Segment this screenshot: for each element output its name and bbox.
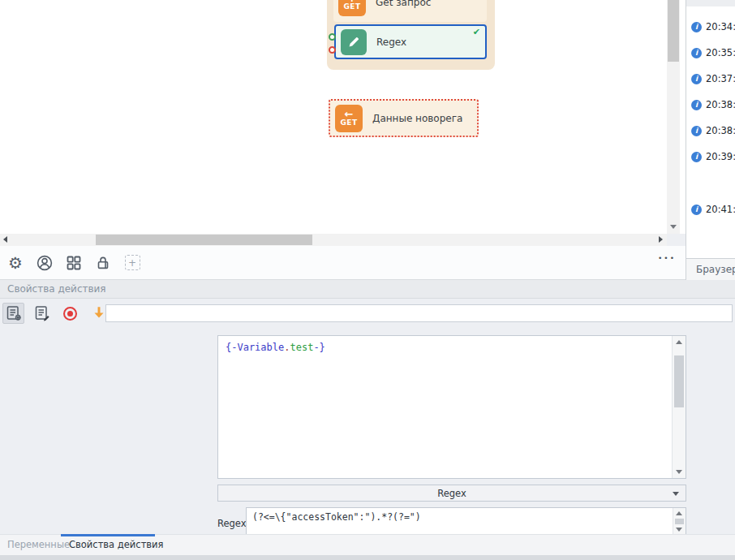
scroll-up-icon[interactable] bbox=[676, 511, 682, 515]
dropdown-selected-value: Regex bbox=[437, 488, 466, 499]
scrollbar-thumb[interactable] bbox=[668, 0, 679, 62]
arrow-left-icon: ← bbox=[345, 110, 354, 118]
node-get-request[interactable]: ↑ GET Get запрос bbox=[333, 0, 487, 22]
scroll-up-icon[interactable] bbox=[676, 340, 682, 344]
success-check-icon: ✔ bbox=[473, 27, 480, 37]
regex-pattern-input[interactable]: (?<=\{"accessToken":").*?(?=") bbox=[246, 507, 686, 535]
connector-port-success[interactable] bbox=[329, 33, 336, 41]
gear-icon bbox=[8, 255, 23, 271]
regex-input-scrollbar[interactable] bbox=[673, 508, 686, 534]
action-properties-panel: Свойства действия bbox=[0, 280, 735, 560]
record-icon bbox=[63, 307, 77, 321]
bottom-strip bbox=[0, 555, 735, 560]
node-label: Get запрос bbox=[376, 0, 431, 8]
chevron-down-icon bbox=[673, 492, 679, 496]
flowchart-canvas[interactable]: ↑ GET Get запрос Regex ✔ ← GET Данные но… bbox=[0, 0, 686, 234]
node-label: Regex bbox=[376, 37, 406, 48]
document-pencil-icon bbox=[33, 304, 51, 322]
log-entry[interactable]: 20:37: bbox=[691, 73, 735, 84]
add-region-icon: + bbox=[125, 255, 140, 270]
scrollbar-thumb[interactable] bbox=[674, 355, 684, 407]
log-entry[interactable]: 20:39: bbox=[691, 151, 735, 162]
properties-toolbar bbox=[0, 299, 735, 328]
scroll-down-icon[interactable] bbox=[670, 225, 677, 229]
canvas-vertical-scrollbar[interactable] bbox=[667, 0, 680, 234]
panel-title: Свойства действия bbox=[0, 280, 735, 299]
log-panel: 20:34: 20:35: 20:37: 20:38: 20:38: 20:39… bbox=[686, 0, 735, 280]
record-button[interactable] bbox=[59, 303, 81, 324]
node-label: Данные новорега bbox=[372, 113, 462, 124]
more-options-button[interactable]: ••• bbox=[658, 254, 676, 262]
tab-variables[interactable]: Переменные bbox=[7, 535, 70, 555]
info-icon bbox=[691, 74, 702, 84]
properties-view-button[interactable] bbox=[2, 303, 24, 324]
settings-button[interactable] bbox=[5, 252, 26, 274]
tab-browser[interactable]: Браузер bbox=[686, 258, 735, 280]
modules-button[interactable] bbox=[63, 252, 84, 274]
log-entry[interactable]: 20:38: bbox=[691, 99, 735, 110]
properties-filter-input[interactable] bbox=[105, 304, 733, 322]
macro-variable-text: {-Variable.test-} bbox=[226, 342, 325, 353]
scrollbar-thumb[interactable] bbox=[96, 235, 312, 245]
add-region-button[interactable]: + bbox=[122, 252, 143, 274]
person-icon bbox=[36, 254, 54, 272]
canvas-horizontal-scrollbar[interactable] bbox=[0, 234, 667, 246]
regex-field-label: Regex bbox=[217, 518, 247, 529]
get-request-icon: ← GET bbox=[335, 105, 363, 132]
scroll-right-icon[interactable] bbox=[659, 236, 663, 243]
log-entry[interactable]: 20:38: bbox=[691, 125, 735, 136]
bottom-tab-bar: Переменные Свойства действия bbox=[0, 534, 735, 555]
info-icon bbox=[691, 48, 702, 58]
log-entry[interactable]: 20:35: bbox=[691, 47, 735, 58]
scrollbar-thumb[interactable] bbox=[675, 519, 684, 524]
node-novoreg-data[interactable]: ← GET Данные новорега bbox=[329, 99, 479, 137]
info-icon bbox=[691, 100, 702, 110]
connector-port-error[interactable] bbox=[329, 46, 336, 54]
scroll-down-icon[interactable] bbox=[676, 470, 682, 474]
info-icon bbox=[691, 205, 702, 215]
regex-pattern-text: (?<=\{"accessToken":").*?(?=") bbox=[252, 511, 421, 523]
canvas-toolbar: + ••• bbox=[0, 246, 686, 280]
node-regex-selected[interactable]: Regex ✔ bbox=[334, 24, 487, 59]
log-entry[interactable]: 20:41: bbox=[691, 204, 735, 215]
log-entry[interactable]: 20:34: bbox=[691, 21, 735, 32]
scroll-down-icon[interactable] bbox=[676, 528, 682, 532]
get-request-icon: ↑ GET bbox=[338, 0, 366, 16]
account-button[interactable] bbox=[34, 252, 55, 274]
info-icon bbox=[691, 152, 702, 162]
log-panel-top-strip bbox=[686, 0, 735, 6]
edit-script-button[interactable] bbox=[31, 303, 53, 324]
lock-button[interactable] bbox=[92, 252, 114, 274]
source-text-editor[interactable]: {-Variable.test-} bbox=[217, 335, 686, 479]
pencil-icon bbox=[341, 29, 367, 55]
editor-vertical-scrollbar[interactable] bbox=[672, 336, 686, 478]
info-icon bbox=[691, 22, 702, 32]
grid-icon bbox=[66, 255, 82, 271]
document-gear-icon bbox=[5, 304, 23, 322]
lock-icon bbox=[95, 255, 111, 271]
action-type-dropdown[interactable]: Regex bbox=[217, 485, 686, 502]
node-group-container[interactable]: ↑ GET Get запрос Regex ✔ bbox=[327, 0, 495, 70]
info-icon bbox=[691, 126, 702, 136]
tab-action-properties[interactable]: Свойства действия bbox=[69, 535, 164, 555]
scroll-left-icon[interactable] bbox=[3, 236, 7, 243]
